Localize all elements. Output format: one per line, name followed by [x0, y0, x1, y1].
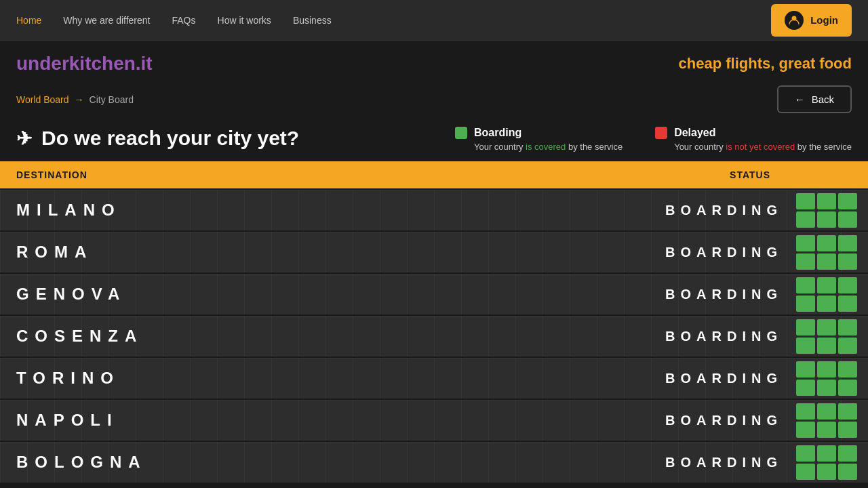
status-text: BOARDING — [665, 413, 796, 428]
boarding-subtext: Your country is covered by the service — [474, 142, 623, 152]
status-blocks — [796, 277, 868, 312]
green-block — [838, 277, 857, 293]
green-block — [838, 296, 857, 312]
legend-boarding: Boarding Your country is covered by the … — [455, 127, 623, 152]
green-block — [838, 464, 857, 480]
green-block — [817, 445, 836, 462]
green-block — [838, 422, 857, 438]
back-arrow-icon: ← — [795, 94, 805, 105]
hero-title-text: Do we reach your city yet? — [41, 127, 299, 150]
page-header: underkitchen.it cheap flights, great foo… — [0, 41, 868, 81]
back-button[interactable]: ← Back — [777, 85, 852, 113]
legend-delayed: Delayed Your country is not yet covered … — [655, 127, 852, 152]
green-block — [838, 403, 857, 420]
table-body: MILANOBOARDINGROMABOARDINGGENOVABOARDING… — [0, 190, 868, 483]
green-block — [838, 361, 857, 378]
status-col-header: STATUS — [730, 169, 852, 180]
green-block — [817, 235, 836, 251]
delayed-suffix: by the service — [795, 142, 852, 152]
green-block — [838, 235, 857, 251]
boarding-dot — [455, 127, 467, 139]
status-text: BOARDING — [665, 455, 796, 470]
nav-home[interactable]: Home — [16, 15, 41, 26]
city-name: ROMA — [0, 243, 665, 262]
breadcrumb-world-board[interactable]: World Board — [16, 94, 69, 105]
status-text: BOARDING — [665, 287, 796, 302]
status-text: BOARDING — [665, 203, 796, 218]
green-block — [817, 464, 836, 480]
green-block — [838, 338, 857, 354]
green-block — [838, 380, 857, 396]
hero-title: ✈ Do we reach your city yet? — [16, 127, 299, 150]
status-blocks — [796, 361, 868, 396]
green-block — [817, 211, 836, 228]
legend-delayed-header: Delayed — [655, 127, 852, 139]
breadcrumb-city-board: City Board — [90, 94, 134, 105]
nav-links: Home Why we are different FAQs How it wo… — [16, 15, 332, 26]
delayed-subtext: Your country is not yet covered by the s… — [674, 142, 852, 152]
city-name: COSENZA — [0, 327, 665, 346]
user-icon — [785, 11, 804, 30]
boarding-prefix: Your country — [474, 142, 526, 152]
login-button[interactable]: Login — [771, 4, 852, 37]
table-row[interactable]: COSENZABOARDING — [0, 316, 868, 357]
breadcrumb-arrow: → — [75, 94, 84, 105]
boarding-suffix: by the service — [566, 142, 623, 152]
logo: underkitchen.it — [16, 53, 153, 75]
green-block — [796, 464, 815, 480]
table-header: DESTINATION STATUS — [0, 161, 868, 188]
green-block — [817, 338, 836, 354]
navigation: Home Why we are different FAQs How it wo… — [0, 0, 868, 41]
delayed-label: Delayed — [674, 127, 715, 139]
city-name: GENOVA — [0, 285, 665, 304]
green-block — [796, 277, 815, 293]
city-name: BOLOGNA — [0, 453, 665, 472]
green-block — [796, 380, 815, 396]
back-label: Back — [812, 94, 834, 105]
status-text: BOARDING — [665, 371, 796, 386]
status-blocks — [796, 445, 868, 480]
table-row[interactable]: NAPOLIBOARDING — [0, 400, 868, 441]
green-block — [838, 319, 857, 336]
breadcrumb: World Board → City Board — [16, 94, 134, 105]
table-row[interactable]: BOLOGNABOARDING — [0, 442, 868, 483]
green-block — [796, 319, 815, 336]
status-blocks — [796, 319, 868, 354]
nav-faqs[interactable]: FAQs — [172, 15, 196, 26]
green-block — [817, 361, 836, 378]
green-block — [796, 445, 815, 462]
table-row[interactable]: GENOVABOARDING — [0, 274, 868, 314]
green-block — [796, 403, 815, 420]
green-block — [796, 361, 815, 378]
green-block — [817, 193, 836, 209]
status-text: BOARDING — [665, 329, 796, 344]
green-block — [796, 338, 815, 354]
tagline: cheap flights, great food — [679, 55, 852, 73]
city-name: NAPOLI — [0, 411, 665, 430]
logo-text1: underkitchen — [16, 53, 136, 74]
city-name: TORINO — [0, 369, 665, 388]
boarding-label: Boarding — [474, 127, 521, 139]
status-blocks — [796, 403, 868, 438]
table-row[interactable]: MILANOBOARDING — [0, 190, 868, 230]
green-block — [796, 253, 815, 270]
legend: Boarding Your country is covered by the … — [455, 127, 852, 152]
green-block — [796, 193, 815, 209]
nav-why-different[interactable]: Why we are different — [63, 15, 150, 26]
status-blocks — [796, 235, 868, 270]
green-block — [817, 277, 836, 293]
green-block — [838, 193, 857, 209]
nav-business[interactable]: Business — [293, 15, 332, 26]
green-block — [796, 235, 815, 251]
nav-how-it-works[interactable]: How it works — [218, 15, 271, 26]
table-row[interactable]: TORINOBOARDING — [0, 358, 868, 399]
delayed-not-covered: is not yet covered — [726, 142, 795, 152]
green-block — [796, 296, 815, 312]
green-block — [838, 253, 857, 270]
table-row[interactable]: ROMABOARDING — [0, 232, 868, 272]
green-block — [796, 422, 815, 438]
delayed-prefix: Your country — [674, 142, 726, 152]
green-block — [817, 319, 836, 336]
login-label: Login — [810, 14, 838, 26]
green-block — [838, 445, 857, 462]
